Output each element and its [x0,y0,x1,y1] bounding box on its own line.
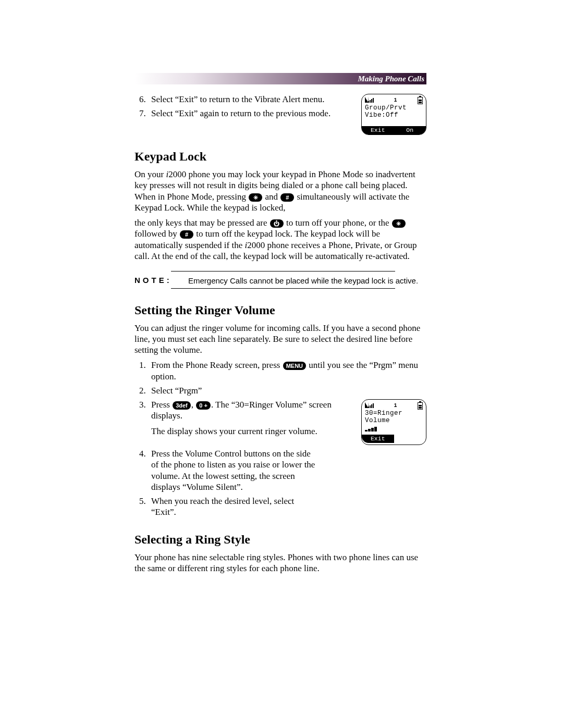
menu-key-icon: MENU [283,362,306,370]
softkey-blank [394,435,426,443]
softkey-exit: Exit [362,435,394,443]
heading-ringer-volume: Setting the Ringer Volume [134,303,426,317]
vibrate-exit-steps-block: Select “Exit” to return to the Vibrate A… [134,94,426,135]
ringer-step-4: Press the Volume Control buttons on the … [148,448,318,492]
star-key-icon: ✳ [392,219,406,228]
lcd-line-1: Group/Prvt [365,104,423,112]
ringer-step-1: From the Phone Ready screen, press MENU … [148,360,426,382]
key-3-icon: 3def [173,401,191,410]
battery-icon [418,402,423,410]
hash-key-icon: # [280,193,294,202]
note-label: NOTE: [134,276,179,285]
note-rule-top [171,271,395,272]
lcd-vibrate-screen: 1 Group/Prvt Vibe:Off Exit On [361,94,426,135]
line-indicator: 1 [394,403,397,410]
heading-keypad-lock: Keypad Lock [134,150,426,164]
lcd-line-2: Vibe:Off [365,112,423,119]
ringer-step-2: Select “Prgm” [148,385,426,396]
lcd-ringer-screen: 1 30=Ringer Volume Exit [361,399,426,445]
signal-icon [365,96,373,105]
star-key-icon: ✳ [249,193,262,202]
header-bar: Making Phone Calls [134,73,426,84]
ringer-step-3-tail: The display shows your current ringer vo… [151,426,353,437]
ringer-step-3: Press 3def, 0 +. The “30=Ringer Volume” … [148,399,426,445]
note-rule-bottom [171,288,395,289]
line-indicator: 1 [394,97,397,104]
note-block: NOTE: Emergency Calls cannot be placed w… [134,271,426,289]
lcd-line-2: Volume [365,417,423,424]
volume-bars-icon [365,425,423,431]
note-text: Emergency Calls cannot be placed while t… [188,276,426,286]
softkey-on: On [394,126,426,134]
vibrate-steps-list: Select “Exit” to return to the Vibrate A… [134,94,353,119]
header-section-title: Making Phone Calls [358,75,424,83]
ringer-step-5: When you reach the desired level, select… [148,496,318,518]
battery-icon [418,97,423,104]
lcd-softkeys: Exit On [362,126,426,134]
ringstyle-intro: Your phone has nine selectable ring styl… [134,552,426,574]
keypad-lock-p2: the only keys that may be pressed are ⏻ … [134,217,426,262]
power-key-icon: ⏻ [270,219,284,228]
heading-ring-style: Selecting a Ring Style [134,533,426,547]
step-7: Select “Exit” again to return to the pre… [148,108,353,119]
keypad-lock-p1: On your i2000 phone you may lock your ke… [134,169,426,213]
lcd-line-1: 30=Ringer [365,410,423,417]
lcd-softkeys: Exit [362,435,426,443]
manual-page: Making Phone Calls Select “Exit” to retu… [134,73,426,578]
ringer-intro: You can adjust the ringer volume for inc… [134,323,426,356]
hash-key-icon: # [180,230,193,239]
softkey-exit: Exit [362,126,394,134]
signal-icon [365,402,373,411]
ringer-steps-list: From the Phone Ready screen, press MENU … [134,360,426,517]
step-6: Select “Exit” to return to the Vibrate A… [148,94,353,105]
key-0-icon: 0 + [196,401,211,410]
